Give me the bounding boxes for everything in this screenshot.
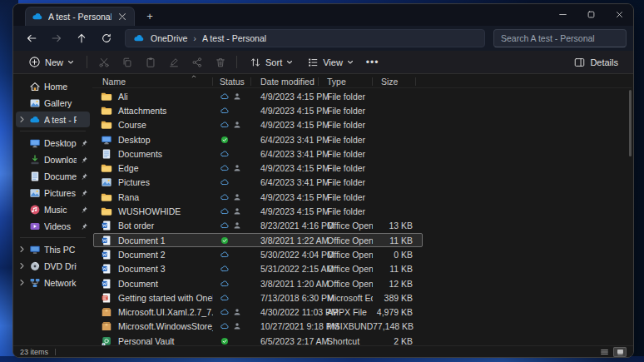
- rename-button[interactable]: [163, 52, 184, 72]
- table-row-document-2[interactable]: Document 2 5/30/2022 4:04 PM Office Open…: [92, 247, 632, 261]
- table-row-document-3[interactable]: Document 3 5/31/2022 2:15 AM Office Open…: [92, 262, 632, 276]
- file-type: APPX File: [319, 307, 373, 317]
- search-input[interactable]: [493, 29, 627, 47]
- file-type: File folder: [319, 206, 373, 216]
- forward-arrow-button[interactable]: [45, 28, 68, 48]
- sidebar-item-network[interactable]: Network: [16, 275, 90, 290]
- table-row-pictures[interactable]: Pictures 6/4/2023 3:41 PM File folder: [92, 176, 632, 190]
- details-pane-button[interactable]: Details: [567, 52, 625, 72]
- file-name: Course: [118, 120, 146, 130]
- share-button[interactable]: [186, 52, 207, 72]
- table-row-microsoft-ui-xaml-2-7-7-2109-13004-0-x64[interactable]: Microsoft.UI.Xaml.2.7_7.2109.13004.0_x64…: [92, 305, 632, 319]
- file-size: 389 KB: [373, 293, 416, 303]
- column-header-type[interactable]: Type: [319, 77, 373, 86]
- sidebar-item-label: Videos: [44, 221, 77, 231]
- refresh-icon: [101, 32, 112, 44]
- sidebar-item-videos[interactable]: Videos: [16, 218, 90, 234]
- vertical-scrollbar[interactable]: [629, 90, 632, 156]
- delete-button[interactable]: [210, 52, 230, 72]
- sidebar-item-pictures[interactable]: Pictures: [16, 185, 90, 201]
- sort-button[interactable]: Sort: [243, 52, 300, 72]
- copy-button[interactable]: [116, 52, 137, 72]
- table-row-documents[interactable]: Documents 6/4/2023 3:41 PM File folder: [92, 146, 632, 161]
- tab-a-test-personal[interactable]: A test - Personal: [25, 7, 135, 26]
- table-row-microsoft-windowsstore-22110-1401-10-0[interactable]: Microsoft.WindowsStore_22110.1401.10.0..…: [92, 320, 632, 334]
- sidebar-item-label: Pictures: [44, 188, 77, 198]
- column-header-date-modified[interactable]: Date modified: [251, 77, 319, 86]
- table-row-document[interactable]: Document 3/8/2021 1:20 AM Office Open XM…: [92, 276, 632, 290]
- pin-icon: [80, 222, 88, 231]
- sidebar-item-documents[interactable]: Documents: [16, 168, 90, 184]
- folder-icon: [101, 105, 112, 117]
- refresh-button[interactable]: [95, 28, 118, 48]
- column-header-name[interactable]: Name: [92, 77, 213, 86]
- cloud-icon: [220, 264, 230, 274]
- details-view-button[interactable]: [597, 347, 611, 357]
- chevron-right-icon[interactable]: [18, 262, 26, 270]
- more-options-button[interactable]: •••: [361, 57, 384, 68]
- sidebar-item-music[interactable]: Music: [16, 201, 90, 217]
- shared-person-icon: [232, 120, 242, 130]
- cut-button[interactable]: [93, 52, 114, 72]
- tab-title: A test - Personal: [48, 12, 111, 22]
- sidebar-item-gallery[interactable]: Gallery: [16, 95, 90, 111]
- paste-button[interactable]: [140, 52, 161, 72]
- column-header-size[interactable]: Size: [373, 77, 416, 86]
- file-name: Getting started with OneDrive: [118, 293, 213, 303]
- toolbar-divider: [87, 56, 87, 68]
- maximize-button[interactable]: [577, 4, 605, 24]
- table-row-wushowhide[interactable]: WUSHOWHIDE 4/9/2023 4:15 PM File folder: [92, 204, 632, 218]
- view-button[interactable]: View: [300, 52, 360, 72]
- tab-bar: A test - Personal +: [13, 4, 633, 26]
- table-row-desktop[interactable]: Desktop 6/4/2023 3:41 PM File folder: [92, 132, 632, 146]
- folder-icon: [101, 191, 112, 203]
- chevron-right-icon[interactable]: [18, 279, 26, 286]
- word-doc-icon: [101, 263, 112, 275]
- new-tab-button[interactable]: +: [141, 7, 158, 24]
- word-doc-icon: [101, 220, 112, 231]
- table-row-edge[interactable]: Edge 4/9/2023 4:15 PM File folder: [92, 161, 632, 175]
- cloud-icon: [220, 192, 230, 202]
- chevron-right-icon[interactable]: [18, 116, 26, 123]
- breadcrumb-current[interactable]: A test - Personal: [202, 33, 266, 43]
- table-row-personal-vault[interactable]: Personal Vault 6/5/2023 2:17 AM Shortcut…: [92, 334, 632, 345]
- table-row-getting-started-with-onedrive[interactable]: Getting started with OneDrive 7/13/2018 …: [92, 290, 632, 305]
- up-arrow-button[interactable]: [70, 28, 93, 48]
- file-name: Microsoft.UI.Xaml.2.7_7.2109.13004.0_x64…: [118, 307, 213, 317]
- minimize-button[interactable]: [548, 4, 577, 24]
- chevron-right-icon[interactable]: [18, 245, 26, 253]
- word-doc-icon: [101, 249, 112, 260]
- breadcrumb[interactable]: OneDrive › A test - Personal: [125, 29, 485, 47]
- sidebar-item-dvd-drive-d-ccc[interactable]: DVD Drive (D:) CCC: [16, 258, 90, 274]
- file-name: Attachments: [118, 106, 166, 116]
- sidebar-item-desktop[interactable]: Desktop: [16, 135, 90, 151]
- cloud-icon: [220, 92, 230, 102]
- pin-icon: [80, 156, 88, 164]
- date-modified: 5/31/2022 2:15 AM: [251, 264, 319, 274]
- table-row-rana[interactable]: Rana 4/9/2023 4:15 PM File folder: [92, 190, 632, 204]
- sidebar-item-a-test-personal[interactable]: A test - Personal: [16, 112, 90, 127]
- network-icon: [29, 277, 41, 289]
- table-row-document-1[interactable]: Document 1 3/8/2021 1:22 AM Office Open …: [92, 233, 632, 247]
- tab-close-icon[interactable]: [116, 11, 128, 22]
- file-name: Microsoft.WindowsStore_22110.1401.10.0..…: [118, 321, 213, 331]
- table-row-course[interactable]: Course 4/9/2023 4:15 PM File folder: [92, 118, 632, 132]
- sidebar-item-label: This PC: [44, 245, 77, 255]
- new-button[interactable]: New: [22, 52, 81, 72]
- pin-spacer: [80, 262, 88, 270]
- table-row-attachments[interactable]: Attachments 4/9/2023 4:15 PM File folder: [92, 103, 632, 117]
- date-modified: 4/9/2023 4:15 PM: [251, 92, 319, 102]
- breadcrumb-root[interactable]: OneDrive: [151, 33, 187, 43]
- file-type: File folder: [319, 163, 373, 173]
- column-header-status[interactable]: Status: [213, 77, 251, 86]
- date-modified: 6/4/2023 3:41 PM: [251, 149, 319, 159]
- sidebar-item-downloads[interactable]: Downloads: [16, 151, 90, 167]
- sidebar-item-home[interactable]: Home: [16, 78, 90, 94]
- file-name: Pictures: [118, 177, 150, 187]
- close-button[interactable]: [605, 4, 633, 24]
- table-row-ali[interactable]: Ali 4/9/2023 4:15 PM File folder: [92, 89, 632, 103]
- back-arrow-button[interactable]: [20, 28, 43, 48]
- sidebar-item-this-pc[interactable]: This PC: [16, 241, 90, 257]
- table-row-bot-order[interactable]: Bot order 8/23/2021 4:16 PM Office Open …: [92, 219, 632, 233]
- icons-view-button[interactable]: [613, 347, 627, 357]
